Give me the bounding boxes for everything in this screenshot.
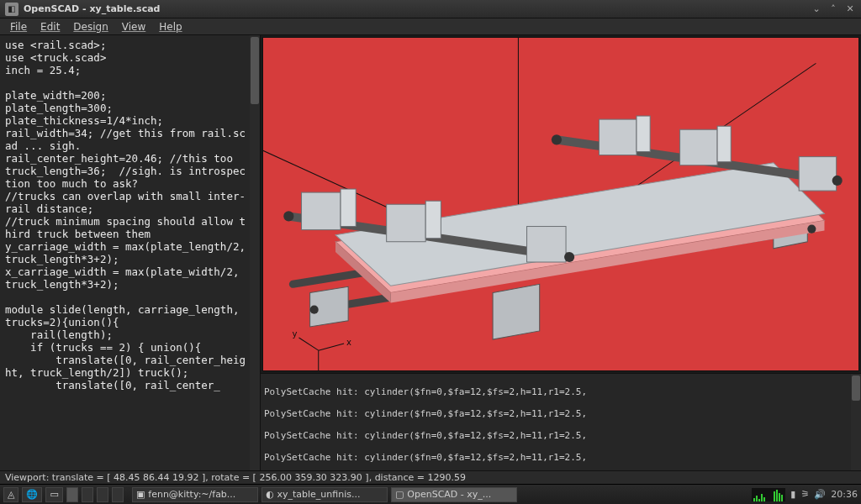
workspace-2[interactable] bbox=[82, 487, 93, 502]
svg-rect-23 bbox=[799, 157, 837, 191]
taskbar-item-openscad[interactable]: ▢ OpenSCAD - xy_... bbox=[391, 487, 517, 502]
cpu-graph-icon[interactable] bbox=[752, 488, 785, 501]
workspace-4[interactable] bbox=[112, 487, 124, 502]
axis-y-label: y bbox=[292, 329, 297, 339]
taskbar-item-terminal[interactable]: ▣ fenn@kitty:~/fab... bbox=[132, 487, 258, 502]
menubar: File Edit Design View Help bbox=[0, 18, 861, 35]
globe-icon[interactable]: 🌐 bbox=[22, 487, 42, 502]
code-text[interactable]: use <rail.scad>; use <truck.scad> inch =… bbox=[0, 35, 250, 470]
svg-point-26 bbox=[552, 134, 562, 144]
start-button[interactable]: ◬ bbox=[3, 487, 18, 502]
taskbar-item-label: OpenSCAD - xy_... bbox=[407, 489, 491, 500]
svg-point-24 bbox=[283, 211, 293, 221]
svg-rect-18 bbox=[527, 227, 567, 262]
statusbar: Viewport: translate = [ 48.45 86.44 19.9… bbox=[0, 470, 861, 484]
menu-view[interactable]: View bbox=[115, 19, 152, 34]
clock[interactable]: 20:36 bbox=[831, 489, 858, 500]
console-scrollbar[interactable] bbox=[851, 374, 861, 470]
right-pane: x y z PolySetCache hit: cylinder($fn=0,$… bbox=[261, 35, 861, 470]
terminal-icon: ▣ bbox=[136, 489, 145, 500]
svg-rect-20 bbox=[637, 116, 650, 151]
axis-x-label: x bbox=[346, 338, 351, 347]
wifi-icon[interactable]: ⚞ bbox=[800, 489, 809, 500]
taskbar-item-browser[interactable]: ◐ xy_table_unfinis... bbox=[261, 487, 388, 502]
svg-rect-15 bbox=[341, 189, 356, 227]
svg-rect-22 bbox=[717, 126, 731, 161]
svg-rect-19 bbox=[600, 119, 637, 155]
window-title: OpenSCAD - xy_table.scad bbox=[24, 3, 806, 14]
workspace-1[interactable] bbox=[66, 487, 78, 502]
console-line: PolySetCache hit: cylinder($fn=0,$fa=12,… bbox=[264, 452, 587, 463]
menu-edit[interactable]: Edit bbox=[34, 19, 66, 34]
taskbar-item-label: fenn@kitty:~/fab... bbox=[148, 489, 235, 500]
window-titlebar: ◧ OpenSCAD - xy_table.scad ⌄ ˄ ✕ bbox=[0, 0, 861, 18]
axis-z-label: z bbox=[316, 369, 320, 371]
openscad-icon: ▢ bbox=[395, 489, 404, 500]
status-text: Viewport: translate = [ 48.45 86.44 19.9… bbox=[5, 472, 466, 483]
menu-help[interactable]: Help bbox=[152, 19, 188, 34]
model-render: x y z bbox=[263, 38, 858, 371]
volume-icon[interactable]: 🔊 bbox=[814, 489, 826, 500]
menu-file[interactable]: File bbox=[3, 19, 34, 34]
console-line: PolySetCache hit: cylinder($fn=0,$fa=12,… bbox=[264, 386, 587, 397]
console-line: PolySetCache hit: cylinder($fn=0,$fa=12,… bbox=[264, 408, 587, 419]
app-icon: ◧ bbox=[5, 3, 18, 16]
viewport-3d[interactable]: x y z bbox=[262, 37, 859, 371]
minimize-button[interactable]: ⌄ bbox=[811, 3, 822, 15]
battery-icon[interactable]: ▮ bbox=[790, 489, 795, 500]
browser-icon: ◐ bbox=[266, 489, 274, 500]
code-editor[interactable]: use <rail.scad>; use <truck.scad> inch =… bbox=[0, 35, 261, 470]
svg-line-31 bbox=[298, 338, 318, 350]
svg-point-27 bbox=[832, 176, 843, 186]
console[interactable]: PolySetCache hit: cylinder($fn=0,$fa=12,… bbox=[261, 373, 861, 470]
system-tray: ▮ ⚞ 🔊 20:36 bbox=[752, 488, 858, 501]
svg-rect-14 bbox=[302, 192, 341, 230]
menu-design[interactable]: Design bbox=[66, 19, 114, 34]
editor-scrollbar-thumb[interactable] bbox=[251, 37, 259, 104]
show-desktop-icon[interactable]: ▭ bbox=[45, 487, 62, 502]
svg-point-25 bbox=[564, 252, 574, 262]
svg-line-30 bbox=[319, 344, 344, 350]
svg-rect-17 bbox=[425, 201, 441, 239]
svg-rect-16 bbox=[387, 204, 426, 242]
console-scrollbar-thumb[interactable] bbox=[852, 375, 860, 401]
taskbar: ◬ 🌐 ▭ ▣ fenn@kitty:~/fab... ◐ xy_table_u… bbox=[0, 484, 861, 504]
svg-marker-7 bbox=[493, 284, 540, 339]
maximize-button[interactable]: ˄ bbox=[827, 3, 839, 15]
workspace-3[interactable] bbox=[97, 487, 108, 502]
svg-point-28 bbox=[310, 306, 319, 314]
console-line: PolySetCache hit: cylinder($fn=0,$fa=12,… bbox=[264, 430, 587, 441]
workspace: use <rail.scad>; use <truck.scad> inch =… bbox=[0, 35, 861, 470]
svg-rect-21 bbox=[680, 129, 718, 165]
close-button[interactable]: ✕ bbox=[844, 3, 856, 15]
svg-point-29 bbox=[807, 225, 816, 234]
editor-scrollbar[interactable] bbox=[250, 35, 260, 470]
taskbar-item-label: xy_table_unfinis... bbox=[277, 489, 360, 500]
